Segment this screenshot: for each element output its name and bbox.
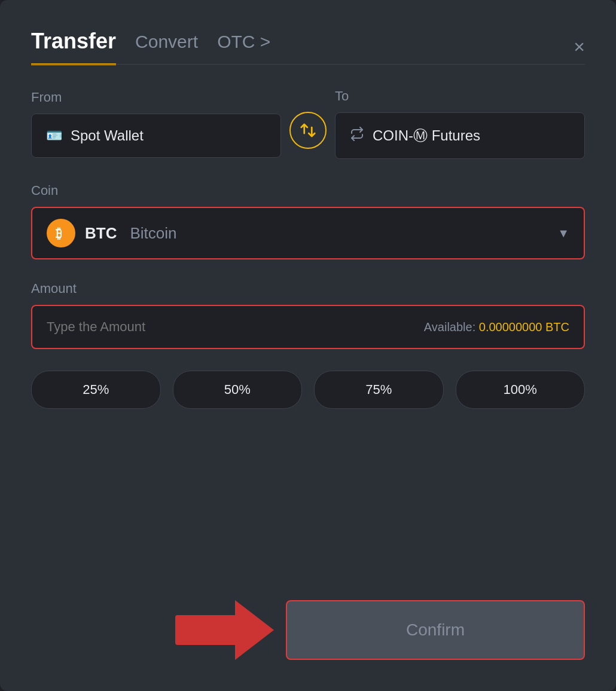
svg-text:₿: ₿ <box>56 227 62 241</box>
from-col: From 🪪 Spot Wallet <box>31 90 281 158</box>
swap-button[interactable] <box>289 112 327 149</box>
coin-section: Coin ₿ BTC Bitcoin ▼ <box>31 183 585 259</box>
from-wallet-selector[interactable]: 🪪 Spot Wallet <box>31 114 281 158</box>
to-wallet-text: COIN-Ⓜ Futures <box>373 126 480 145</box>
chevron-down-icon: ▼ <box>557 227 569 240</box>
percent-25-button[interactable]: 25% <box>31 371 161 409</box>
amount-box: Available: 0.00000000 BTC <box>31 305 585 349</box>
available-text: Available: 0.00000000 BTC <box>424 320 569 334</box>
amount-input[interactable] <box>47 319 424 335</box>
confirm-row: Confirm <box>31 600 585 660</box>
red-arrow <box>175 600 274 660</box>
header-divider <box>31 64 585 65</box>
available-value: 0.00000000 BTC <box>479 320 569 334</box>
tab-transfer[interactable]: Transfer <box>31 29 116 65</box>
percent-row: 25% 50% 75% 100% <box>31 371 585 409</box>
from-label: From <box>31 90 281 105</box>
futures-icon <box>350 127 364 145</box>
to-wallet-selector[interactable]: COIN-Ⓜ Futures <box>335 112 585 159</box>
to-col: To COIN-Ⓜ Futures <box>335 88 585 159</box>
close-button[interactable]: × <box>574 37 585 56</box>
transfer-modal: Transfer Convert OTC > × From 🪪 Spot Wal… <box>0 0 616 691</box>
from-to-row: From 🪪 Spot Wallet To <box>31 88 585 159</box>
tab-convert[interactable]: Convert <box>135 32 198 62</box>
percent-75-button[interactable]: 75% <box>314 371 444 409</box>
to-label: To <box>335 88 585 104</box>
from-wallet-text: Spot Wallet <box>71 127 144 144</box>
swap-btn-wrapper <box>281 112 335 149</box>
coin-symbol: BTC <box>85 224 117 243</box>
wallet-card-icon: 🪪 <box>46 128 62 143</box>
coin-full-name: Bitcoin <box>130 224 176 243</box>
confirm-button[interactable]: Confirm <box>286 600 585 660</box>
coin-label: Coin <box>31 183 585 198</box>
modal-header: Transfer Convert OTC > × <box>31 29 585 64</box>
percent-50-button[interactable]: 50% <box>173 371 303 409</box>
amount-section: Amount Available: 0.00000000 BTC <box>31 281 585 349</box>
arrow-container <box>175 600 274 660</box>
amount-label: Amount <box>31 281 585 296</box>
percent-100-button[interactable]: 100% <box>456 371 585 409</box>
tab-otc[interactable]: OTC > <box>217 32 270 62</box>
btc-icon: ₿ <box>47 219 75 247</box>
coin-selector[interactable]: ₿ BTC Bitcoin ▼ <box>31 207 585 259</box>
